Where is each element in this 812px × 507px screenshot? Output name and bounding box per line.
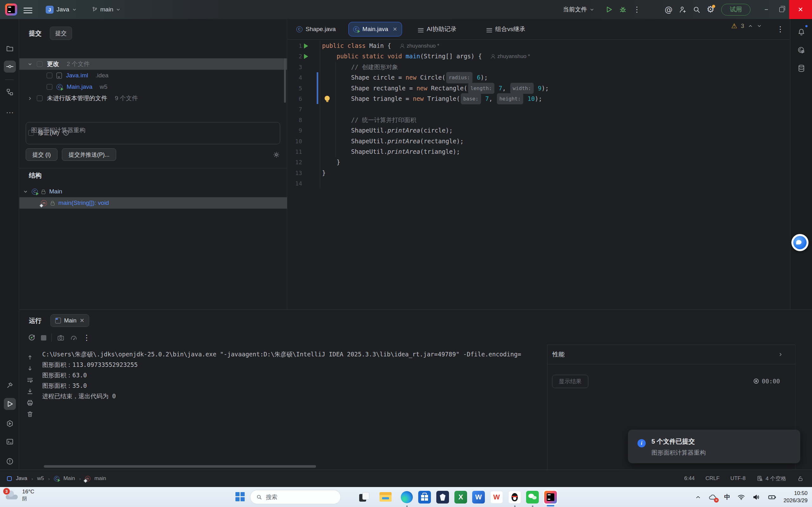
branch-selector[interactable]: main xyxy=(88,4,124,15)
next-problem-icon[interactable] xyxy=(757,23,762,29)
more-tools-icon[interactable]: … xyxy=(4,104,16,116)
microsoft-store-icon[interactable] xyxy=(417,490,432,504)
structure-method-node[interactable]: m main(String[]): void xyxy=(19,197,287,209)
assistant-float-ball[interactable] xyxy=(792,234,809,251)
start-button[interactable] xyxy=(236,492,245,502)
run-more-options-icon[interactable]: ⋮ xyxy=(83,333,91,342)
editor-gutter[interactable]: 11 xyxy=(288,147,320,157)
excel-icon[interactable]: X xyxy=(453,490,468,504)
intellij-logo-icon[interactable] xyxy=(5,3,17,15)
project-selector[interactable]: J Java xyxy=(43,4,80,15)
file-checkbox[interactable] xyxy=(47,84,52,90)
ai-assistant-tool-icon[interactable] xyxy=(795,44,807,56)
code-line[interactable]: 6 Shape triangle = new Triangle(base: 7,… xyxy=(288,94,790,104)
search-everywhere-icon[interactable] xyxy=(690,3,704,16)
scroll-down-icon[interactable] xyxy=(26,365,34,372)
main-menu-icon[interactable] xyxy=(23,6,32,13)
profiler-icon[interactable] xyxy=(70,334,78,342)
run-config-selector[interactable]: 当前文件 xyxy=(563,5,594,14)
breadcrumb-module[interactable]: w5 xyxy=(37,475,44,482)
file-encoding[interactable]: UTF-8 xyxy=(730,475,746,482)
code-line[interactable]: 3 // 创建图形对象 xyxy=(288,62,790,72)
editor-gutter[interactable]: 8 xyxy=(288,115,320,125)
tab-composition-notes[interactable]: 组合vs继承 xyxy=(482,22,530,37)
commit-and-push-button[interactable]: 提交并推送(P)... xyxy=(62,149,116,161)
show-results-button[interactable]: 显示结果 xyxy=(552,375,588,388)
qq-icon[interactable] xyxy=(507,490,522,504)
run-line-icon[interactable] xyxy=(304,44,308,49)
commit-options-gear-icon[interactable] xyxy=(272,151,280,159)
tab-options-icon[interactable]: ⋮ xyxy=(776,25,784,34)
console-output[interactable]: C:\Users\朱彦硕\.jdks\openjdk-25.0.2\bin\ja… xyxy=(42,349,544,401)
code-line[interactable]: 13} xyxy=(288,168,790,178)
ai-assistant-icon[interactable]: @ xyxy=(662,3,675,16)
editor-gutter[interactable]: 9 xyxy=(288,125,320,136)
tab-shape-java[interactable]: C Shape.java xyxy=(292,22,340,37)
code-line[interactable]: 5 Shape rectangle = new Rectangle(length… xyxy=(288,83,790,94)
editor-gutter[interactable]: 4 xyxy=(288,72,320,83)
structure-class-node[interactable]: C Main xyxy=(19,186,287,197)
code-line[interactable]: 10 ShapeUtil.printArea(rectangle); xyxy=(288,136,790,147)
tab-main-java[interactable]: C Main.java ✕ xyxy=(348,22,402,37)
taskbar-clock[interactable]: 10:50 2026/3/29 xyxy=(783,490,808,504)
commit-tab[interactable]: 提交 xyxy=(50,26,72,40)
changes-tree-node[interactable]: 更改 2 个文件 xyxy=(19,58,287,70)
intellij-idea-taskbar-icon[interactable] xyxy=(543,490,558,504)
notifications-bell-icon[interactable] xyxy=(795,25,807,38)
run-tab-main[interactable]: Main ✕ xyxy=(50,314,89,327)
project-tool-icon[interactable] xyxy=(4,43,16,55)
chevron-right-icon[interactable] xyxy=(28,96,32,101)
editor-gutter[interactable]: 7 xyxy=(288,104,320,114)
close-button[interactable]: ✕ xyxy=(789,0,812,19)
editor-gutter[interactable]: 10 xyxy=(288,136,320,147)
database-tool-icon[interactable] xyxy=(795,62,807,74)
editor-gutter[interactable]: 1 xyxy=(288,41,320,51)
code-line[interactable]: 11 ShapeUtil.printArea(triangle); xyxy=(288,147,790,157)
tree-scrollbar[interactable] xyxy=(284,58,286,103)
caret-position[interactable]: 6:44 xyxy=(684,475,695,482)
commit-message-input[interactable]: 图形面积计算器重构 xyxy=(26,122,280,144)
scroll-to-end-icon[interactable] xyxy=(26,388,34,395)
code-line[interactable]: 4 Shape circle = new Circle(radius: 6); xyxy=(288,72,790,83)
taskbar-search[interactable]: 搜索 xyxy=(250,490,341,504)
tab-ai-notes[interactable]: AI协助记录 xyxy=(413,22,461,37)
notification-toast[interactable]: i 5 个文件已提交 图形面积计算器重构 xyxy=(628,430,800,463)
close-tab-icon[interactable]: ✕ xyxy=(393,26,397,33)
volume-icon[interactable] xyxy=(752,493,761,501)
file-explorer-icon[interactable] xyxy=(378,490,393,504)
debug-button[interactable] xyxy=(616,3,630,16)
changed-file-row[interactable]: C Main.java w5 xyxy=(19,81,287,93)
trial-badge[interactable]: 试用 xyxy=(721,4,751,15)
breadcrumb-method[interactable]: main xyxy=(95,475,106,482)
maximize-button[interactable] xyxy=(774,0,789,19)
weather-widget[interactable]: 3 16°C 阴 xyxy=(4,488,34,502)
tray-expand-icon[interactable] xyxy=(695,494,701,500)
minimize-button[interactable]: − xyxy=(759,0,774,19)
security-app-icon[interactable] xyxy=(435,490,450,504)
build-tool-icon[interactable] xyxy=(4,379,16,391)
line-separator[interactable]: CRLF xyxy=(705,475,719,482)
code-line[interactable]: 8 // 统一计算并打印面积 xyxy=(288,115,790,125)
run-tool-icon[interactable] xyxy=(4,398,16,410)
scroll-up-icon[interactable] xyxy=(26,353,34,361)
intention-bulb-icon[interactable] xyxy=(324,96,330,101)
commit-button[interactable]: 提交 (I) xyxy=(26,149,57,161)
rerun-icon[interactable] xyxy=(28,334,36,342)
edge-browser-icon[interactable] xyxy=(400,490,414,504)
code-line[interactable]: 1public class Main {zhuyanshuo * xyxy=(288,41,790,51)
terminal-tool-icon[interactable] xyxy=(4,436,16,448)
editor-gutter[interactable]: 6 xyxy=(288,94,320,104)
code-line[interactable]: 7 xyxy=(288,104,790,114)
ime-indicator[interactable]: 中 xyxy=(724,493,730,501)
battery-icon[interactable] xyxy=(768,493,776,502)
changes-checkbox[interactable] xyxy=(37,61,43,67)
add-user-icon[interactable] xyxy=(675,3,690,16)
word-icon[interactable]: W xyxy=(471,490,486,504)
structure-tool-icon[interactable] xyxy=(4,86,16,98)
unversioned-tree-node[interactable]: 未进行版本管理的文件 9 个文件 xyxy=(19,93,287,104)
more-actions-icon[interactable]: ⋮ xyxy=(630,3,644,16)
code-line[interactable]: 9 ShapeUtil.printArea(circle); xyxy=(288,125,790,136)
code-line[interactable]: 2 public static void main(String[] args)… xyxy=(288,51,790,61)
breadcrumb-class[interactable]: Main xyxy=(63,475,75,482)
prev-problem-icon[interactable] xyxy=(748,23,753,29)
